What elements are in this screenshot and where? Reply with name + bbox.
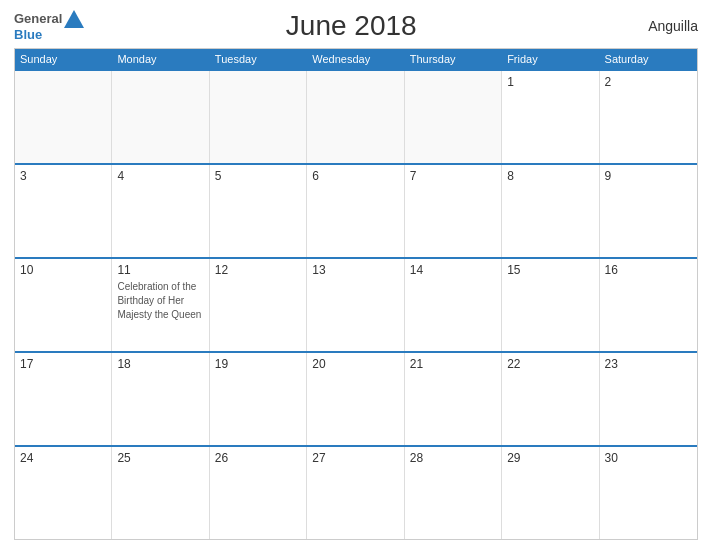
day-cell: 21 [405, 353, 502, 445]
day-cell [405, 71, 502, 163]
logo-general-text: General [14, 12, 62, 26]
day-number: 27 [312, 451, 398, 465]
page: General Blue June 2018 Anguilla SundayMo… [0, 0, 712, 550]
day-cell [307, 71, 404, 163]
day-headers: SundayMondayTuesdayWednesdayThursdayFrid… [15, 49, 697, 69]
day-number: 12 [215, 263, 301, 277]
day-number: 18 [117, 357, 203, 371]
day-cell: 17 [15, 353, 112, 445]
day-number: 6 [312, 169, 398, 183]
day-cell: 24 [15, 447, 112, 539]
day-cell: 4 [112, 165, 209, 257]
day-cell: 16 [600, 259, 697, 351]
day-number: 23 [605, 357, 692, 371]
week-row-3: 17181920212223 [15, 351, 697, 445]
day-number: 15 [507, 263, 593, 277]
weeks: 1234567891011Celebration of the Birthday… [15, 69, 697, 539]
day-header-saturday: Saturday [600, 49, 697, 69]
week-row-1: 3456789 [15, 163, 697, 257]
day-cell [210, 71, 307, 163]
day-cell: 6 [307, 165, 404, 257]
day-cell: 7 [405, 165, 502, 257]
day-number: 1 [507, 75, 593, 89]
day-cell: 18 [112, 353, 209, 445]
day-number: 17 [20, 357, 106, 371]
day-cell: 26 [210, 447, 307, 539]
day-number: 21 [410, 357, 496, 371]
logo-blue-text: Blue [14, 28, 84, 42]
day-number: 20 [312, 357, 398, 371]
day-number: 5 [215, 169, 301, 183]
day-cell: 8 [502, 165, 599, 257]
day-cell: 5 [210, 165, 307, 257]
calendar: SundayMondayTuesdayWednesdayThursdayFrid… [14, 48, 698, 540]
day-cell: 11Celebration of the Birthday of Her Maj… [112, 259, 209, 351]
day-cell: 30 [600, 447, 697, 539]
day-number: 24 [20, 451, 106, 465]
week-row-0: 12 [15, 69, 697, 163]
day-number: 3 [20, 169, 106, 183]
day-cell: 15 [502, 259, 599, 351]
day-number: 30 [605, 451, 692, 465]
day-cell: 22 [502, 353, 599, 445]
day-header-friday: Friday [502, 49, 599, 69]
day-number: 14 [410, 263, 496, 277]
day-cell: 10 [15, 259, 112, 351]
day-cell: 29 [502, 447, 599, 539]
day-cell: 1 [502, 71, 599, 163]
day-cell [15, 71, 112, 163]
day-number: 16 [605, 263, 692, 277]
day-header-monday: Monday [112, 49, 209, 69]
day-number: 10 [20, 263, 106, 277]
day-cell [112, 71, 209, 163]
day-number: 25 [117, 451, 203, 465]
day-cell: 20 [307, 353, 404, 445]
logo: General Blue [14, 10, 84, 42]
day-header-wednesday: Wednesday [307, 49, 404, 69]
day-cell: 14 [405, 259, 502, 351]
day-cell: 13 [307, 259, 404, 351]
day-cell: 3 [15, 165, 112, 257]
day-header-thursday: Thursday [405, 49, 502, 69]
event-text: Celebration of the Birthday of Her Majes… [117, 281, 201, 320]
day-cell: 25 [112, 447, 209, 539]
day-number: 22 [507, 357, 593, 371]
day-number: 11 [117, 263, 203, 277]
day-number: 13 [312, 263, 398, 277]
week-row-4: 24252627282930 [15, 445, 697, 539]
day-number: 28 [410, 451, 496, 465]
day-cell: 12 [210, 259, 307, 351]
day-cell: 27 [307, 447, 404, 539]
month-title: June 2018 [84, 10, 618, 42]
logo-triangle-icon [64, 10, 84, 28]
day-cell: 2 [600, 71, 697, 163]
country-label: Anguilla [618, 18, 698, 34]
day-number: 26 [215, 451, 301, 465]
day-cell: 28 [405, 447, 502, 539]
day-header-tuesday: Tuesday [210, 49, 307, 69]
day-cell: 23 [600, 353, 697, 445]
day-cell: 19 [210, 353, 307, 445]
day-cell: 9 [600, 165, 697, 257]
day-number: 2 [605, 75, 692, 89]
day-number: 8 [507, 169, 593, 183]
day-number: 29 [507, 451, 593, 465]
day-number: 9 [605, 169, 692, 183]
week-row-2: 1011Celebration of the Birthday of Her M… [15, 257, 697, 351]
header: General Blue June 2018 Anguilla [14, 10, 698, 42]
day-number: 4 [117, 169, 203, 183]
day-number: 19 [215, 357, 301, 371]
day-number: 7 [410, 169, 496, 183]
day-header-sunday: Sunday [15, 49, 112, 69]
